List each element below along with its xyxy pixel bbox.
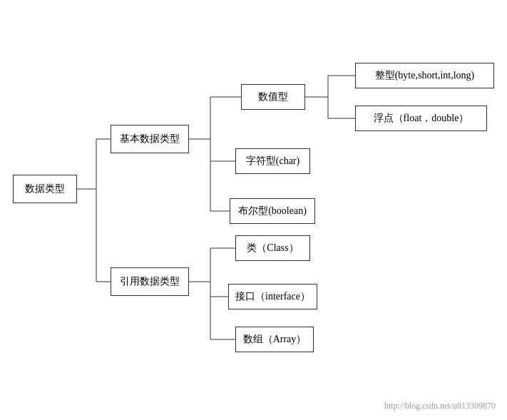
node-float: 浮点（float，double）	[355, 106, 487, 131]
watermark: http://blog.csdn.net/u013309870	[384, 401, 496, 411]
node-interface: 接口（interface）	[228, 284, 317, 309]
node-int: 整型(byte,short,int,long)	[355, 63, 494, 88]
node-basic: 基本数据类型	[111, 125, 189, 153]
node-char: 字符型(char)	[235, 148, 310, 174]
node-class: 类（Class）	[235, 235, 310, 261]
node-bool: 布尔型(boolean)	[230, 198, 315, 224]
node-ref: 引用数据类型	[111, 267, 189, 296]
node-root: 数据类型	[13, 175, 77, 203]
node-numeric: 数值型	[241, 84, 305, 110]
node-array: 数组（Array）	[235, 327, 314, 352]
